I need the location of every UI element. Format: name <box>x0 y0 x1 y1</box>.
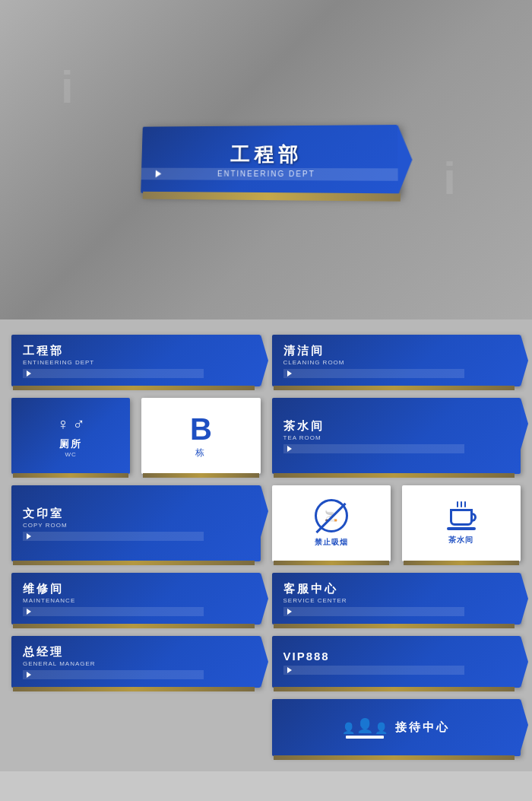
general-manager-title: 总经理 <box>23 645 64 660</box>
sign-tea-room: 茶水间 TEA ROOM <box>272 398 521 474</box>
general-manager-arrow-icon <box>27 672 31 678</box>
no-smoking-base <box>274 561 389 565</box>
steam-line-1 <box>457 501 458 507</box>
steam-lines <box>457 501 466 507</box>
maintenance-arrow-icon <box>27 609 31 615</box>
engineering-base <box>13 386 255 390</box>
sign-service-center: 客服中心 SERVICE CENTER <box>272 573 521 625</box>
service-center-arrow-icon <box>287 609 292 615</box>
copy-room-strip <box>23 532 204 541</box>
reception-title: 接待中心 <box>395 720 450 733</box>
man-figure-icon: ♂ <box>72 415 85 434</box>
figure-icon-1: 👤 <box>342 722 355 734</box>
copy-room-title: 文印室 <box>23 507 64 521</box>
cleaning-arrow-icon <box>287 370 292 377</box>
sign-vip: VIP888 <box>272 636 521 688</box>
reception-figure-icon: 👤 👤 👤 <box>342 717 388 739</box>
tea-room-strip <box>283 444 464 453</box>
tea-room-sq-label: 茶水间 <box>448 535 473 545</box>
sign-reception: 👤 👤 👤 接待中心 <box>272 699 521 756</box>
tea-room-arrow-icon <box>287 446 292 452</box>
cleaning-title: 清洁间 <box>283 344 325 358</box>
service-center-subtitle: SERVICE CENTER <box>283 597 347 604</box>
sign-no-smoking: 🚬 禁止吸烟 <box>272 485 391 561</box>
maintenance-strip <box>23 607 204 616</box>
hero-sign-strip <box>141 168 398 181</box>
service-center-base <box>274 624 515 628</box>
sign-copy-room: 文印室 COPY ROOM <box>11 485 261 561</box>
vip-strip <box>283 666 464 675</box>
hero-sign-wrapper: 工程部 ENTINEERING DEPT <box>141 125 398 195</box>
sign-toilet: ♀ ♂ 厕所 WC <box>11 398 130 474</box>
cigarette-icon: 🚬 <box>325 510 337 522</box>
maintenance-base <box>13 624 255 628</box>
grid-wrapper: 工程部 ENTINEERING DEPT 清洁间 CLEANING ROOM ♀… <box>0 319 532 771</box>
tea-room-title: 茶水间 <box>283 419 325 434</box>
hero-sign: 工程部 ENTINEERING DEPT <box>141 125 398 195</box>
toilet-base <box>13 473 128 478</box>
vip-arrow-icon <box>287 667 292 673</box>
vip-base <box>274 687 515 691</box>
cleaning-base <box>274 386 515 390</box>
sign-general-manager: 总经理 GENERAL MANAGER <box>11 636 261 688</box>
building-b-sub: 栋 <box>195 447 206 459</box>
tea-room-subtitle: TEA ROOM <box>283 434 321 441</box>
vip-title: VIP888 <box>283 650 330 663</box>
maintenance-subtitle: MAINTENANCE <box>23 597 75 604</box>
cleaning-strip <box>283 369 464 378</box>
engineering-arrow-icon <box>27 370 31 377</box>
steam-line-3 <box>464 501 466 507</box>
hero-section: i i 工程部 ENTINEERING DEPT <box>0 0 532 319</box>
building-b-base <box>143 473 258 478</box>
engineering-title: 工程部 <box>23 344 64 358</box>
service-center-title: 客服中心 <box>283 582 338 596</box>
engineering-strip <box>23 369 204 378</box>
woman-figure-icon: ♀ <box>57 415 70 434</box>
sign-tea-room-sq: 茶水间 <box>402 485 521 561</box>
no-smoking-circle-icon: 🚬 <box>315 499 348 532</box>
reception-base <box>274 755 515 760</box>
sign-engineering: 工程部 ENTINEERING DEPT <box>11 335 261 386</box>
toilet-subtitle: WC <box>65 451 76 458</box>
reception-desk-icon <box>346 736 384 739</box>
coffee-cup-handle <box>470 513 477 522</box>
copy-room-subtitle: COPY ROOM <box>23 522 68 529</box>
sign-building-b: B 栋 <box>141 398 260 474</box>
hero-sign-title: 工程部 <box>230 141 302 168</box>
general-manager-subtitle: GENERAL MANAGER <box>23 660 96 667</box>
steam-line-2 <box>461 501 462 507</box>
no-smoking-label: 禁止吸烟 <box>315 537 348 548</box>
building-b-icon: B <box>190 412 212 447</box>
copy-room-arrow-icon <box>27 533 31 539</box>
reception-text: 接待中心 <box>395 720 450 735</box>
signs-grid: 工程部 ENTINEERING DEPT 清洁间 CLEANING ROOM ♀… <box>0 319 532 771</box>
watermark-1: i <box>61 61 74 113</box>
reception-figures: 👤 👤 👤 <box>342 717 388 734</box>
sign-maintenance: 维修间 MAINTENANCE <box>11 573 261 625</box>
toilet-icons: ♀ ♂ <box>57 415 85 434</box>
sign-cleaning-room: 清洁间 CLEANING ROOM <box>272 335 521 386</box>
figure-icon-2: 👤 <box>356 717 373 734</box>
coffee-saucer <box>447 527 476 530</box>
engineering-subtitle: ENTINEERING DEPT <box>23 359 94 366</box>
toilet-title: 厕所 <box>59 437 82 451</box>
tea-room-sq-base <box>404 561 519 565</box>
hero-arrow-icon <box>156 170 162 178</box>
tea-room-base <box>274 473 515 478</box>
maintenance-title: 维修间 <box>23 582 64 596</box>
general-manager-base <box>13 687 255 691</box>
coffee-cup-icon <box>447 501 476 530</box>
coffee-cup-body <box>450 509 473 526</box>
general-manager-strip <box>23 670 204 679</box>
copy-room-base <box>13 561 255 565</box>
service-center-strip <box>283 607 464 616</box>
hero-sign-3d-base <box>143 192 401 202</box>
figure-icon-3: 👤 <box>375 722 388 734</box>
cleaning-subtitle: CLEANING ROOM <box>283 359 345 366</box>
watermark-2: i <box>443 152 456 205</box>
